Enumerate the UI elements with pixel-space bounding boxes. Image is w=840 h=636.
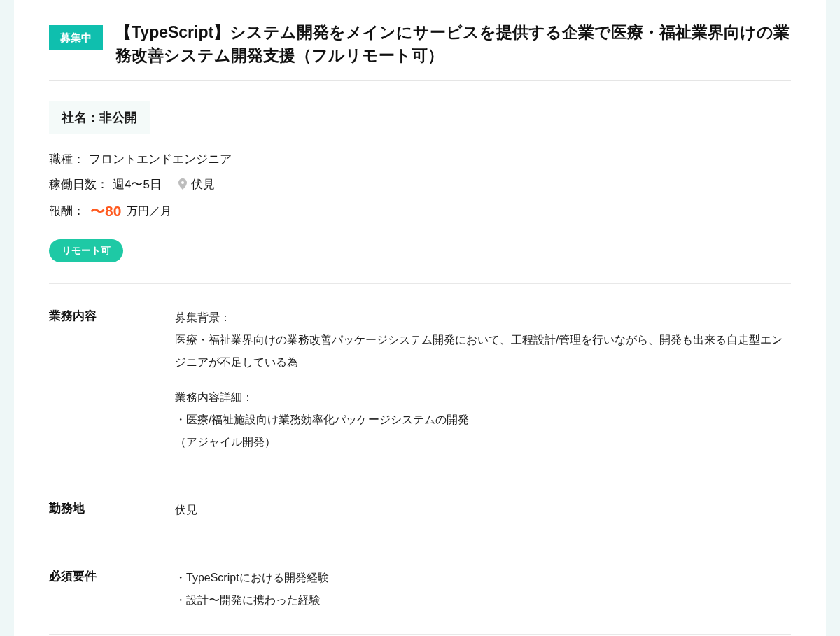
salary-label: 報酬： [49,202,85,220]
location-value: 伏見 [191,175,215,194]
company-value: 非公開 [99,111,137,125]
section-label-work: 業務内容 [49,306,161,453]
days-value: 週4〜5日 [113,175,162,194]
company-box: 社名：非公開 [49,101,150,135]
job-posting-card: 募集中 【TypeScript】システム開発をメインにサービスを提供する企業で医… [14,0,826,636]
role-line: 職種：フロントエンドエンジニア [49,150,791,169]
work-detail-line1: ・医療/福祉施設向け業務効率化パッケージシステムの開発 [175,409,791,431]
section-label-required: 必須要件 [49,567,161,612]
section-work-content: 業務内容 募集背景： 医療・福祉業界向けの業務改善パッケージシステム開発において… [49,283,791,476]
salary-line: 報酬：〜80万円／月 [49,199,791,223]
required-line1: ・TypeScriptにおける開発経験 [175,567,791,589]
section-body-work: 募集背景： 医療・福祉業界向けの業務改善パッケージシステム開発において、工程設計… [175,306,791,453]
section-body-location: 伏見 [175,499,791,521]
work-bg-heading: 募集背景： [175,306,791,329]
required-line2: ・設計〜開発に携わった経験 [175,589,791,612]
section-body-required: ・TypeScriptにおける開発経験 ・設計〜開発に携わった経験 [175,567,791,612]
days-label: 稼働日数： [49,175,108,194]
company-label: 社名： [62,111,99,125]
remote-tag: リモート可 [49,239,123,262]
location-pin-icon [178,178,187,190]
work-detail-heading: 業務内容詳細： [175,386,791,409]
salary-amount: 〜80 [90,199,121,223]
work-bg-body: 医療・福祉業界向けの業務改善パッケージシステム開発において、工程設計/管理を行い… [175,329,791,374]
work-detail-line2: （アジャイル開発） [175,431,791,453]
status-badge: 募集中 [49,25,103,50]
section-required: 必須要件 ・TypeScriptにおける開発経験 ・設計〜開発に携わった経験 [49,544,791,634]
days-location-line: 稼働日数：週4〜5日 伏見 [49,175,791,194]
role-label: 職種： [49,150,85,169]
section-location: 勤務地 伏見 [49,476,791,544]
salary-unit: 万円／月 [127,202,172,220]
role-value: フロントエンドエンジニア [89,150,232,169]
section-label-location: 勤務地 [49,499,161,521]
summary-block: 社名：非公開 職種：フロントエンドエンジニア 稼働日数：週4〜5日 伏見 報酬：… [49,81,791,283]
location-text: 伏見 [175,499,791,521]
job-title: 【TypeScript】システム開発をメインにサービスを提供する企業で医療・福祉… [115,21,791,68]
header-row: 募集中 【TypeScript】システム開発をメインにサービスを提供する企業で医… [49,21,791,81]
